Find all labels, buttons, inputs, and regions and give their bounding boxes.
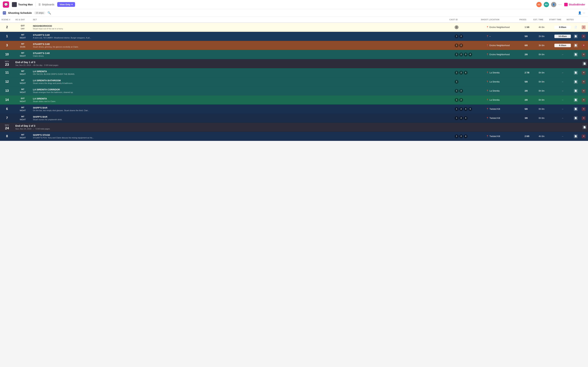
- set-description: Stuart nurses his umpteenth drink.: [33, 118, 452, 121]
- start-time-badge[interactable]: 8:00am: [554, 25, 571, 29]
- delete-button[interactable]: ✕: [579, 88, 588, 93]
- day-date: NOV 23: [0, 59, 14, 68]
- stripboards-link[interactable]: ☰ Stripboards: [38, 3, 54, 6]
- delete-button[interactable]: ✕: [579, 106, 588, 112]
- stripboards-label: Stripboards: [42, 3, 54, 6]
- set-info: LA SIRENITA CORRIDOR Stuart emerges from…: [32, 87, 453, 94]
- pin-icon: 📍: [486, 26, 489, 28]
- note-icon[interactable]: 📄: [582, 125, 587, 129]
- start-time[interactable]: 8:00am: [553, 25, 572, 30]
- note-button[interactable]: 📄: [572, 34, 579, 39]
- avatar-user[interactable]: 👤: [551, 2, 556, 7]
- pin-icon: 📍: [486, 135, 489, 138]
- set-info: STUART'S CAR Claire drives.: [32, 51, 453, 58]
- start-time[interactable]: –: [553, 107, 572, 111]
- cast-badge: 1: [455, 34, 458, 38]
- note-button[interactable]: 📄: [572, 43, 579, 48]
- start-time[interactable]: –: [553, 79, 572, 84]
- view-only-label: View Only: [60, 3, 70, 6]
- avatar-rd[interactable]: RD: [544, 2, 549, 7]
- start-time-dash: –: [554, 80, 571, 83]
- note-button[interactable]: 📄: [572, 88, 579, 93]
- search-icon[interactable]: 🔍: [47, 11, 51, 15]
- start-time[interactable]: –: [553, 88, 572, 93]
- set-title: LA SIRENITA: [33, 70, 452, 73]
- note-button[interactable]: 📄: [572, 106, 579, 112]
- day-break-actions: 📄: [581, 124, 588, 131]
- day-break-title: End of Day 1 of 3: [15, 61, 579, 64]
- set-description: STUART'S POV: Tony and Claire discuss hi…: [33, 137, 452, 139]
- table-row: 12 INT NIGHT LA SIRENITA BATHROOM Stuart…: [0, 77, 588, 86]
- table-header: SCENE # I/E & DAY SET CAST ID SHOOT LOCA…: [0, 17, 588, 23]
- est-time: 4h 0m: [537, 25, 553, 30]
- set-description: Stuart drives, grinning. He glances exci…: [33, 46, 452, 48]
- delete-button[interactable]: ✕: [579, 134, 588, 139]
- pin-icon: 📍: [486, 99, 489, 101]
- cast-badge: 2: [459, 116, 463, 120]
- start-time[interactable]: –: [553, 134, 572, 139]
- more-options-icon[interactable]: ···: [583, 11, 585, 15]
- cast-badge: 2: [459, 98, 463, 102]
- col-actions: [579, 18, 588, 21]
- user-icon[interactable]: 👤: [578, 11, 581, 15]
- shoot-location: 📍 Twisted Kilt: [485, 134, 523, 139]
- note-button[interactable]: 📄: [572, 79, 579, 84]
- col-set: SET: [32, 18, 448, 21]
- note-icon[interactable]: 📄: [582, 61, 587, 66]
- shoot-location: 📍 –: [485, 34, 523, 39]
- start-time[interactable]: –: [553, 52, 572, 57]
- delete-button[interactable]: ✕: [579, 79, 588, 84]
- view-only-button[interactable]: View Only ▾: [57, 2, 75, 7]
- sub-nav: Shooting Schedule 15 strips 🔍 👤 ···: [0, 9, 588, 17]
- set-description: Claire drives.: [33, 55, 452, 57]
- more-options-button[interactable]: ···: [558, 3, 562, 6]
- col-location: SHOOT LOCATION: [479, 18, 518, 21]
- cast-badge: 2: [459, 53, 463, 57]
- cast-badge: 1: [455, 25, 458, 29]
- shoot-location: 📍 La Sirenita: [485, 89, 523, 93]
- scene-number: 13: [0, 88, 14, 94]
- ie-day: INT NIGHT: [14, 32, 32, 40]
- set-info: SKIPP'S BAR Stuart nurses his umpteenth …: [32, 115, 453, 122]
- start-time[interactable]: –: [553, 98, 572, 102]
- project-name[interactable]: Touring Man: [18, 3, 33, 6]
- start-time[interactable]: –: [553, 116, 572, 120]
- cast-ids: 124: [453, 115, 485, 121]
- scene-number: 14: [0, 97, 14, 103]
- shoot-location: 📍 Encino Neighborhood: [485, 25, 523, 30]
- start-time[interactable]: 9:30am: [553, 43, 572, 48]
- set-title: NEIGHBORHOOD: [33, 25, 452, 27]
- start-time-dash: –: [554, 135, 571, 138]
- note-button[interactable]: 📄: [572, 25, 579, 30]
- delete-button[interactable]: ✕: [579, 43, 588, 48]
- avatar-oc[interactable]: OC: [536, 2, 542, 7]
- pin-icon: 📍: [486, 81, 489, 83]
- ie-day: INT NIGHT: [14, 78, 32, 86]
- sb-icon: [564, 3, 568, 6]
- delete-button[interactable]: ✕: [579, 97, 588, 103]
- chevron-down-icon: ▾: [71, 3, 73, 6]
- note-button[interactable]: 📄: [572, 97, 579, 103]
- app-icon[interactable]: 💬: [3, 1, 9, 8]
- note-button[interactable]: 📄: [572, 134, 579, 139]
- cast-badge: 1: [455, 107, 458, 111]
- delete-button[interactable]: ✕: [579, 25, 588, 30]
- cast-ids: 12: [453, 97, 485, 103]
- start-time[interactable]: –: [553, 70, 572, 75]
- delete-button[interactable]: ✕: [579, 116, 588, 121]
- start-time[interactable]: 10:45am: [553, 33, 572, 39]
- start-time-badge[interactable]: 9:30am: [554, 44, 571, 47]
- note-button[interactable]: 📄: [572, 116, 579, 121]
- pages: 5/8: [523, 80, 537, 84]
- start-time-badge[interactable]: 10:45am: [554, 35, 571, 38]
- cast-ids: 1: [453, 79, 485, 85]
- shoot-location: 📍 La Sirenita: [485, 80, 523, 84]
- delete-button[interactable]: ✕: [579, 70, 588, 75]
- strips-badge: 15 strips: [34, 11, 45, 15]
- set-description: Stuart hops out of his car in a hurry.: [33, 28, 452, 30]
- delete-button[interactable]: ✕: [579, 34, 588, 39]
- cast-badge: 3: [464, 53, 467, 57]
- delete-button[interactable]: ✕: [579, 52, 588, 57]
- note-button[interactable]: 📄: [572, 52, 579, 57]
- note-button[interactable]: 📄: [572, 70, 579, 75]
